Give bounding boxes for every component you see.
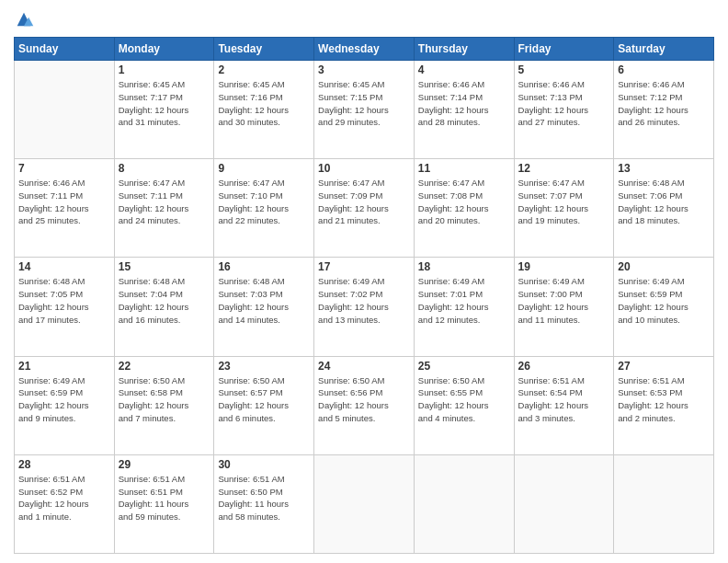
day-info: Sunrise: 6:51 AM Sunset: 6:53 PM Dayligh… xyxy=(618,374,710,425)
day-number: 2 xyxy=(218,63,310,76)
calendar-cell xyxy=(614,454,714,553)
day-number: 21 xyxy=(18,360,110,373)
calendar-cell: 18Sunrise: 6:49 AM Sunset: 7:01 PM Dayli… xyxy=(414,258,514,356)
calendar-cell: 6Sunrise: 6:46 AM Sunset: 7:12 PM Daylig… xyxy=(614,61,714,159)
header-day-tuesday: Tuesday xyxy=(214,38,314,61)
calendar-cell: 25Sunrise: 6:50 AM Sunset: 6:55 PM Dayli… xyxy=(414,356,514,454)
calendar-cell: 29Sunrise: 6:51 AM Sunset: 6:51 PM Dayli… xyxy=(114,454,214,553)
day-info: Sunrise: 6:48 AM Sunset: 7:03 PM Dayligh… xyxy=(218,275,310,326)
day-number: 17 xyxy=(318,260,410,273)
calendar-cell: 28Sunrise: 6:51 AM Sunset: 6:52 PM Dayli… xyxy=(15,454,115,553)
week-row-4: 21Sunrise: 6:49 AM Sunset: 6:59 PM Dayli… xyxy=(15,356,714,454)
day-number: 26 xyxy=(518,360,610,373)
header-day-monday: Monday xyxy=(114,38,214,61)
header-day-saturday: Saturday xyxy=(614,38,714,61)
day-info: Sunrise: 6:48 AM Sunset: 7:06 PM Dayligh… xyxy=(618,177,710,227)
day-info: Sunrise: 6:45 AM Sunset: 7:17 PM Dayligh… xyxy=(119,78,210,129)
calendar-cell: 13Sunrise: 6:48 AM Sunset: 7:06 PM Dayli… xyxy=(614,159,714,258)
calendar-cell: 21Sunrise: 6:49 AM Sunset: 6:59 PM Dayli… xyxy=(15,356,115,454)
day-number: 1 xyxy=(119,63,210,76)
page: SundayMondayTuesdayWednesdayThursdayFrid… xyxy=(0,0,728,563)
day-number: 13 xyxy=(618,162,710,175)
calendar-cell: 16Sunrise: 6:48 AM Sunset: 7:03 PM Dayli… xyxy=(214,258,314,356)
day-number: 4 xyxy=(418,63,510,76)
day-info: Sunrise: 6:51 AM Sunset: 6:52 PM Dayligh… xyxy=(18,473,110,523)
day-number: 7 xyxy=(18,162,110,175)
day-info: Sunrise: 6:50 AM Sunset: 6:55 PM Dayligh… xyxy=(418,374,510,425)
header-day-wednesday: Wednesday xyxy=(314,38,415,61)
calendar-cell: 2Sunrise: 6:45 AM Sunset: 7:16 PM Daylig… xyxy=(214,61,314,159)
day-number: 6 xyxy=(618,63,710,76)
day-info: Sunrise: 6:47 AM Sunset: 7:11 PM Dayligh… xyxy=(119,177,210,227)
calendar-cell: 26Sunrise: 6:51 AM Sunset: 6:54 PM Dayli… xyxy=(514,356,614,454)
header-row: SundayMondayTuesdayWednesdayThursdayFrid… xyxy=(15,38,714,61)
logo-icon xyxy=(14,9,34,29)
day-number: 29 xyxy=(119,458,210,471)
calendar-cell xyxy=(15,61,115,159)
day-number: 23 xyxy=(218,360,310,373)
day-number: 28 xyxy=(18,458,110,471)
day-info: Sunrise: 6:45 AM Sunset: 7:15 PM Dayligh… xyxy=(318,78,410,129)
header-day-sunday: Sunday xyxy=(15,38,115,61)
calendar-cell: 3Sunrise: 6:45 AM Sunset: 7:15 PM Daylig… xyxy=(314,61,415,159)
calendar-cell xyxy=(514,454,614,553)
day-number: 5 xyxy=(518,63,610,76)
day-number: 27 xyxy=(618,360,710,373)
header-day-friday: Friday xyxy=(514,38,614,61)
day-info: Sunrise: 6:50 AM Sunset: 6:57 PM Dayligh… xyxy=(218,374,310,425)
day-info: Sunrise: 6:46 AM Sunset: 7:14 PM Dayligh… xyxy=(418,78,510,129)
week-row-5: 28Sunrise: 6:51 AM Sunset: 6:52 PM Dayli… xyxy=(15,454,714,553)
calendar-cell xyxy=(414,454,514,553)
day-info: Sunrise: 6:51 AM Sunset: 6:51 PM Dayligh… xyxy=(119,473,210,523)
day-number: 8 xyxy=(119,162,210,175)
calendar-cell: 11Sunrise: 6:47 AM Sunset: 7:08 PM Dayli… xyxy=(414,159,514,258)
week-row-3: 14Sunrise: 6:48 AM Sunset: 7:05 PM Dayli… xyxy=(15,258,714,356)
calendar-cell: 10Sunrise: 6:47 AM Sunset: 7:09 PM Dayli… xyxy=(314,159,415,258)
calendar-cell: 20Sunrise: 6:49 AM Sunset: 6:59 PM Dayli… xyxy=(614,258,714,356)
day-number: 20 xyxy=(618,260,710,273)
calendar-cell: 12Sunrise: 6:47 AM Sunset: 7:07 PM Dayli… xyxy=(514,159,614,258)
week-row-1: 1Sunrise: 6:45 AM Sunset: 7:17 PM Daylig… xyxy=(15,61,714,159)
logo xyxy=(14,9,36,29)
week-row-2: 7Sunrise: 6:46 AM Sunset: 7:11 PM Daylig… xyxy=(15,159,714,258)
day-number: 30 xyxy=(218,458,310,471)
calendar-cell: 5Sunrise: 6:46 AM Sunset: 7:13 PM Daylig… xyxy=(514,61,614,159)
calendar-cell: 24Sunrise: 6:50 AM Sunset: 6:56 PM Dayli… xyxy=(314,356,415,454)
day-number: 11 xyxy=(418,162,510,175)
calendar-cell: 1Sunrise: 6:45 AM Sunset: 7:17 PM Daylig… xyxy=(114,61,214,159)
day-info: Sunrise: 6:49 AM Sunset: 6:59 PM Dayligh… xyxy=(18,374,110,425)
day-info: Sunrise: 6:49 AM Sunset: 7:00 PM Dayligh… xyxy=(518,275,610,326)
calendar-cell: 14Sunrise: 6:48 AM Sunset: 7:05 PM Dayli… xyxy=(15,258,115,356)
day-info: Sunrise: 6:46 AM Sunset: 7:12 PM Dayligh… xyxy=(618,78,710,129)
day-info: Sunrise: 6:45 AM Sunset: 7:16 PM Dayligh… xyxy=(218,78,310,129)
day-info: Sunrise: 6:48 AM Sunset: 7:04 PM Dayligh… xyxy=(119,275,210,326)
calendar-cell: 4Sunrise: 6:46 AM Sunset: 7:14 PM Daylig… xyxy=(414,61,514,159)
day-info: Sunrise: 6:47 AM Sunset: 7:07 PM Dayligh… xyxy=(518,177,610,227)
day-info: Sunrise: 6:46 AM Sunset: 7:13 PM Dayligh… xyxy=(518,78,610,129)
day-info: Sunrise: 6:51 AM Sunset: 6:54 PM Dayligh… xyxy=(518,374,610,425)
day-number: 22 xyxy=(119,360,210,373)
day-number: 24 xyxy=(318,360,410,373)
calendar-cell: 8Sunrise: 6:47 AM Sunset: 7:11 PM Daylig… xyxy=(114,159,214,258)
calendar-cell xyxy=(314,454,415,553)
day-info: Sunrise: 6:47 AM Sunset: 7:08 PM Dayligh… xyxy=(418,177,510,227)
day-info: Sunrise: 6:49 AM Sunset: 7:02 PM Dayligh… xyxy=(318,275,410,326)
calendar-header: SundayMondayTuesdayWednesdayThursdayFrid… xyxy=(15,38,714,61)
day-info: Sunrise: 6:47 AM Sunset: 7:10 PM Dayligh… xyxy=(218,177,310,227)
calendar-body: 1Sunrise: 6:45 AM Sunset: 7:17 PM Daylig… xyxy=(15,61,714,554)
day-number: 16 xyxy=(218,260,310,273)
day-info: Sunrise: 6:48 AM Sunset: 7:05 PM Dayligh… xyxy=(18,275,110,326)
day-info: Sunrise: 6:50 AM Sunset: 6:58 PM Dayligh… xyxy=(119,374,210,425)
calendar-cell: 17Sunrise: 6:49 AM Sunset: 7:02 PM Dayli… xyxy=(314,258,415,356)
calendar-table: SundayMondayTuesdayWednesdayThursdayFrid… xyxy=(14,37,714,554)
calendar-cell: 30Sunrise: 6:51 AM Sunset: 6:50 PM Dayli… xyxy=(214,454,314,553)
day-number: 12 xyxy=(518,162,610,175)
calendar-cell: 7Sunrise: 6:46 AM Sunset: 7:11 PM Daylig… xyxy=(15,159,115,258)
day-info: Sunrise: 6:51 AM Sunset: 6:50 PM Dayligh… xyxy=(218,473,310,523)
day-number: 14 xyxy=(18,260,110,273)
calendar-cell: 15Sunrise: 6:48 AM Sunset: 7:04 PM Dayli… xyxy=(114,258,214,356)
day-number: 3 xyxy=(318,63,410,76)
day-number: 15 xyxy=(119,260,210,273)
day-info: Sunrise: 6:50 AM Sunset: 6:56 PM Dayligh… xyxy=(318,374,410,425)
day-number: 18 xyxy=(418,260,510,273)
